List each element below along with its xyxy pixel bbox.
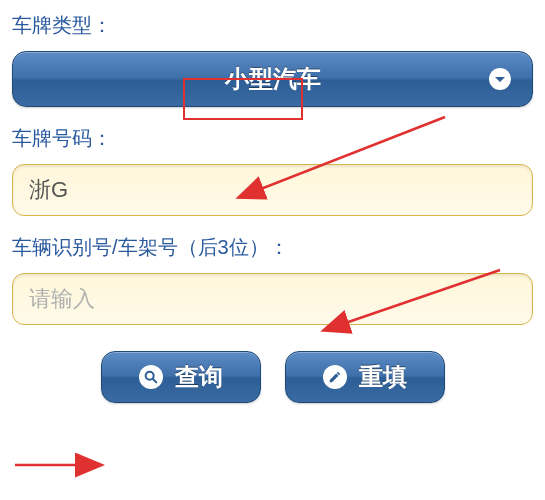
plate-type-selected: 小型汽车	[225, 63, 321, 95]
vin-input[interactable]	[12, 273, 533, 325]
reset-button-label: 重填	[359, 361, 407, 393]
plate-number-input[interactable]	[12, 164, 533, 216]
svg-line-2	[153, 379, 156, 382]
plate-type-dropdown[interactable]: 小型汽车	[12, 51, 533, 107]
edit-icon	[323, 365, 347, 389]
chevron-down-icon	[488, 67, 512, 91]
arrow-annotation-3	[10, 450, 110, 480]
reset-button[interactable]: 重填	[285, 351, 445, 403]
query-button[interactable]: 查询	[101, 351, 261, 403]
vin-label: 车辆识别号/车架号（后3位）：	[12, 234, 533, 261]
search-icon	[139, 365, 163, 389]
query-button-label: 查询	[175, 361, 223, 393]
button-row: 查询 重填	[12, 351, 533, 403]
plate-number-label: 车牌号码：	[12, 125, 533, 152]
plate-type-label: 车牌类型：	[12, 12, 533, 39]
